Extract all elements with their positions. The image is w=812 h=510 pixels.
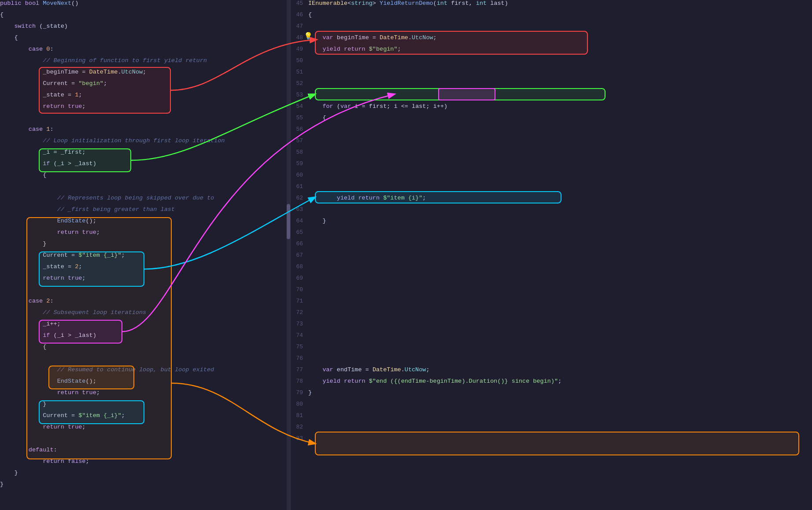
line-20: EndState(); xyxy=(0,218,290,229)
right-line-63: 63 xyxy=(291,206,812,218)
line-39 xyxy=(0,435,290,447)
right-line-69: 69 xyxy=(291,275,812,286)
right-line-49: 49 yield return $"begin"; xyxy=(291,46,812,57)
right-line-54: 54 for (var i = first; i <= last; i++) xyxy=(291,103,812,115)
right-line-60: 60 xyxy=(291,172,812,183)
line-32 xyxy=(0,355,290,366)
line-37: Current = $"item {_i}"; xyxy=(0,412,290,424)
right-line-80: 80 xyxy=(291,401,812,412)
right-line-55: 55 { xyxy=(291,115,812,126)
right-line-78: 78 yield return $"end ({(endTime-beginTi… xyxy=(291,378,812,389)
right-line-71: 71 xyxy=(291,298,812,309)
right-line-45: 45 IEnumerable<string> YieldReturnDemo(i… xyxy=(291,0,812,11)
line-3: switch (_state) xyxy=(0,23,290,34)
right-line-67: 67 xyxy=(291,252,812,263)
lightbulb-icon: 💡 xyxy=(304,32,313,41)
line-17 xyxy=(0,183,290,195)
right-line-73: 73 xyxy=(291,321,812,332)
right-line-77: 77 var endTime = DateTime.UtcNow; xyxy=(291,366,812,378)
line-16: { xyxy=(0,172,290,183)
right-code-area: 45 IEnumerable<string> YieldReturnDemo(i… xyxy=(291,0,812,447)
right-line-57: 57 xyxy=(291,137,812,149)
right-line-62: 62 yield return $"item {i}"; xyxy=(291,195,812,206)
line-7: _beginTime = DateTime.UtcNow; xyxy=(0,69,290,80)
editor-container: public bool MoveNext() { switch (_state)… xyxy=(0,0,812,510)
line-25: return true; xyxy=(0,275,290,286)
right-panel[interactable]: 45 IEnumerable<string> YieldReturnDemo(i… xyxy=(291,0,812,510)
line-9: _state = 1; xyxy=(0,92,290,103)
right-line-66: 66 xyxy=(291,240,812,252)
line-23: Current = $"item {_i}"; xyxy=(0,252,290,263)
line-12: case 1: xyxy=(0,126,290,137)
right-line-59: 59 xyxy=(291,160,812,172)
right-line-82: 82 xyxy=(291,424,812,435)
line-27: case 2: xyxy=(0,298,290,309)
line-33: // Resumed to continue loop, but loop ex… xyxy=(0,366,290,378)
line-1: public bool MoveNext() xyxy=(0,0,290,11)
right-line-75: 75 xyxy=(291,344,812,355)
right-line-48: 48 var beginTime = DateTime.UtcNow; xyxy=(291,34,812,46)
left-scrollbar[interactable] xyxy=(287,0,290,510)
right-line-61: 61 xyxy=(291,183,812,195)
right-line-81: 81 xyxy=(291,412,812,424)
left-panel[interactable]: public bool MoveNext() { switch (_state)… xyxy=(0,0,291,510)
left-scrollbar-thumb[interactable] xyxy=(287,204,290,239)
right-line-52: 52 xyxy=(291,80,812,92)
line-31: { xyxy=(0,344,290,355)
line-8: Current = "begin"; xyxy=(0,80,290,92)
right-line-83: 83 xyxy=(291,435,812,447)
right-line-76: 76 xyxy=(291,355,812,366)
line-30: if (_i > _last) xyxy=(0,332,290,344)
line-40: default: xyxy=(0,447,290,458)
right-line-79: 79 } xyxy=(291,389,812,401)
line-22: } xyxy=(0,240,290,252)
line-21: return true; xyxy=(0,229,290,240)
line-15: if (_i > _last) xyxy=(0,160,290,172)
line-36: } xyxy=(0,401,290,412)
right-line-51: 51 xyxy=(291,69,812,80)
line-24: _state = 2; xyxy=(0,263,290,275)
right-line-50: 50 xyxy=(291,57,812,69)
right-line-46: 46 { xyxy=(291,11,812,23)
line-2: { xyxy=(0,11,290,23)
right-line-58: 58 xyxy=(291,149,812,160)
line-43: } xyxy=(0,481,290,492)
line-34: EndState(); xyxy=(0,378,290,389)
line-18: // Represents loop being skipped over du… xyxy=(0,195,290,206)
line-28: // Subsequent loop iterations xyxy=(0,309,290,321)
right-line-64: 64 } xyxy=(291,218,812,229)
right-line-70: 70 xyxy=(291,286,812,298)
right-line-56: 56 xyxy=(291,126,812,137)
left-code-area: public bool MoveNext() { switch (_state)… xyxy=(0,0,290,492)
line-41: return false; xyxy=(0,458,290,469)
line-4: { xyxy=(0,34,290,46)
line-38: return true; xyxy=(0,424,290,435)
right-line-68: 68 xyxy=(291,263,812,275)
right-line-47: 47 xyxy=(291,23,812,34)
right-line-72: 72 xyxy=(291,309,812,321)
line-5: case 0: xyxy=(0,46,290,57)
line-42: } xyxy=(0,469,290,481)
right-line-53: 53 xyxy=(291,92,812,103)
line-13: // Loop initialization through first loo… xyxy=(0,137,290,149)
line-10: return true; xyxy=(0,103,290,115)
line-11 xyxy=(0,115,290,126)
line-29: _i++; xyxy=(0,321,290,332)
line-35: return true; xyxy=(0,389,290,401)
line-19: // _first being greater than last xyxy=(0,206,290,218)
right-line-65: 65 xyxy=(291,229,812,240)
right-line-74: 74 xyxy=(291,332,812,344)
line-14: _i = _first; xyxy=(0,149,290,160)
line-26 xyxy=(0,286,290,298)
line-6: // Beginning of function to first yield … xyxy=(0,57,290,69)
